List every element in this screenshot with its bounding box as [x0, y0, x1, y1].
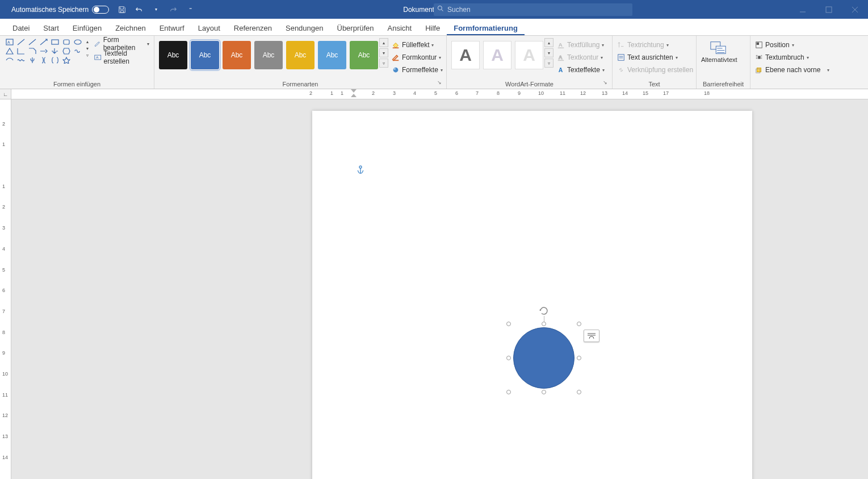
- qat-customize-icon[interactable]: ⁼: [184, 3, 196, 16]
- shape-gallery-item[interactable]: [16, 38, 26, 46]
- tab-selector-icon[interactable]: ∟: [0, 89, 11, 99]
- shape-gallery-item[interactable]: [61, 38, 72, 46]
- text-box-label: Textfeld erstellen: [104, 49, 149, 65]
- shape-style-gallery[interactable]: AbcAbcAbcAbcAbcAbcAbc: [159, 39, 378, 71]
- gallery-more-icon[interactable]: ▿: [84, 52, 91, 59]
- tab-start[interactable]: Start: [36, 20, 65, 35]
- indent-marker-icon[interactable]: [351, 89, 357, 99]
- page[interactable]: [312, 111, 752, 479]
- shape-style-swatch[interactable]: Abc: [286, 41, 315, 69]
- tab-ansicht[interactable]: Ansicht: [381, 20, 419, 35]
- wordart-style-swatch[interactable]: A: [451, 41, 480, 69]
- gallery-scroll-down-icon[interactable]: ▾: [379, 48, 388, 57]
- wordart-gallery[interactable]: AAA: [451, 39, 543, 71]
- resize-handle-r[interactable]: [577, 356, 581, 360]
- shape-style-swatch[interactable]: Abc: [318, 41, 346, 69]
- minimize-icon[interactable]: [790, 0, 816, 19]
- layout-options-button[interactable]: [584, 330, 599, 342]
- text-effects-button[interactable]: A Texteffekte▾: [557, 64, 605, 76]
- resize-handle-b[interactable]: [542, 390, 546, 394]
- ruler-tick: 4: [413, 90, 416, 96]
- shape-gallery-item[interactable]: [5, 47, 15, 55]
- position-button[interactable]: Position▾: [755, 39, 837, 51]
- undo-icon[interactable]: [133, 3, 145, 16]
- shape-gallery-item[interactable]: A: [5, 38, 15, 46]
- wordart-style-swatch[interactable]: A: [483, 41, 511, 69]
- maximize-icon[interactable]: [816, 0, 842, 19]
- shape-effects-button[interactable]: Formeffekte▾: [392, 64, 443, 76]
- tab-überprüfen[interactable]: Überprüfen: [330, 20, 381, 35]
- shape-style-swatch[interactable]: Abc: [223, 41, 251, 69]
- shape-gallery-item[interactable]: [73, 56, 83, 64]
- shape-gallery-item[interactable]: [27, 38, 37, 46]
- shape-style-swatch[interactable]: Abc: [254, 41, 283, 69]
- shape-gallery-item[interactable]: [16, 47, 26, 55]
- text-align-button[interactable]: Text ausrichten▾: [617, 52, 691, 63]
- save-icon[interactable]: [116, 3, 128, 16]
- redo-icon[interactable]: [167, 3, 179, 16]
- alt-text-button[interactable]: Alternativtext: [701, 38, 735, 63]
- shape-gallery-item[interactable]: [27, 47, 37, 55]
- resize-handle-tl[interactable]: [506, 322, 511, 326]
- group-label: Text: [613, 81, 696, 88]
- tab-referenzen[interactable]: Referenzen: [227, 20, 279, 35]
- autosave-control[interactable]: Automatisches Speichern: [0, 6, 109, 14]
- gallery-scroll-up-icon[interactable]: ▴: [544, 38, 553, 47]
- shape-outline-button[interactable]: Formkontur▾: [392, 52, 443, 63]
- gallery-expand-icon[interactable]: ▿: [544, 59, 553, 68]
- tab-entwurf[interactable]: Entwurf: [153, 20, 191, 35]
- wordart-style-swatch[interactable]: A: [515, 41, 543, 69]
- shape-gallery-item[interactable]: [27, 56, 37, 64]
- search-input[interactable]: [447, 6, 629, 14]
- resize-handle-l[interactable]: [506, 356, 511, 360]
- resize-handle-br[interactable]: [577, 390, 581, 394]
- shape-style-swatch[interactable]: Abc: [350, 41, 378, 69]
- shape-gallery-item[interactable]: [16, 56, 26, 64]
- gallery-expand-icon[interactable]: ▿: [379, 59, 388, 68]
- close-icon[interactable]: [842, 0, 868, 19]
- search-box[interactable]: [434, 3, 632, 16]
- resize-handle-t[interactable]: [542, 322, 546, 326]
- selected-shape[interactable]: [509, 324, 579, 392]
- shape-gallery-item[interactable]: [61, 47, 72, 55]
- tab-layout[interactable]: Layout: [191, 20, 227, 35]
- resize-handle-tr[interactable]: [577, 322, 581, 326]
- tab-sendungen[interactable]: Sendungen: [279, 20, 330, 35]
- dialog-launcher-icon[interactable]: ↘: [603, 80, 610, 86]
- horizontal-ruler[interactable]: 211234567891011121314151718: [11, 89, 868, 99]
- undo-dropdown-icon[interactable]: ▾: [150, 3, 162, 16]
- gallery-scroll-down-icon[interactable]: ▾: [544, 48, 553, 57]
- tab-einfügen[interactable]: Einfügen: [66, 20, 108, 35]
- group-label: Formen einfügen: [0, 81, 154, 88]
- shape-gallery-item[interactable]: [39, 38, 49, 46]
- vertical-ruler[interactable]: 211234567891011121314: [0, 99, 11, 479]
- shape-gallery-item[interactable]: [5, 56, 15, 64]
- gallery-scroll-up-icon[interactable]: ▴: [379, 38, 388, 47]
- shapes-gallery[interactable]: A: [5, 38, 83, 64]
- shape-style-swatch[interactable]: Abc: [191, 41, 219, 69]
- shape-style-swatch[interactable]: Abc: [159, 41, 187, 69]
- bring-forward-button[interactable]: Ebene nach vorne ▾: [755, 64, 837, 76]
- shape-gallery-item[interactable]: [39, 47, 49, 55]
- gallery-up-icon[interactable]: ▴: [84, 38, 91, 45]
- shape-fill-button[interactable]: Fülleffekt▾: [392, 39, 443, 51]
- gallery-down-icon[interactable]: ▾: [84, 45, 91, 52]
- text-wrap-button[interactable]: Textumbruch▾: [755, 52, 837, 63]
- document-area[interactable]: [11, 99, 868, 479]
- tab-hilfe[interactable]: Hilfe: [418, 20, 447, 35]
- resize-handle-bl[interactable]: [506, 390, 511, 394]
- shape-gallery-item[interactable]: [39, 56, 49, 64]
- edit-shape-button[interactable]: Form bearbeiten ▾: [94, 38, 149, 49]
- shape-gallery-item[interactable]: [50, 56, 60, 64]
- shape-gallery-item[interactable]: [50, 38, 60, 46]
- shape-gallery-item[interactable]: [61, 56, 72, 64]
- autosave-toggle-icon[interactable]: [92, 6, 109, 14]
- tab-formformatierung[interactable]: Formformatierung: [447, 20, 525, 35]
- tab-zeichnen[interactable]: Zeichnen: [108, 20, 152, 35]
- dialog-launcher-icon[interactable]: ↘: [437, 80, 444, 86]
- shape-gallery-item[interactable]: [73, 38, 83, 46]
- text-box-button[interactable]: A Textfeld erstellen: [94, 52, 149, 63]
- tab-datei[interactable]: Datei: [6, 20, 36, 35]
- shape-gallery-item[interactable]: [50, 47, 60, 55]
- shape-gallery-item[interactable]: [73, 47, 83, 55]
